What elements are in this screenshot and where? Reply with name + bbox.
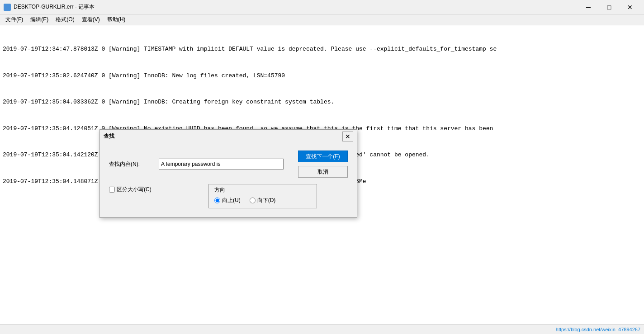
button-column: 查找下一个(F) 取消: [291, 151, 348, 178]
case-sensitive-label[interactable]: 区分大小写(C): [109, 186, 152, 193]
search-label: 查找内容(N):: [109, 160, 159, 168]
menu-edit[interactable]: 编辑(E): [27, 15, 52, 24]
main-window: DESKTOP-GURKLIR.err - 记事本 ─ □ ✕ 文件(F) 编辑…: [0, 0, 644, 334]
status-text: https://blog.csdn.net/weixin_47894267: [556, 327, 640, 332]
status-bar: https://blog.csdn.net/weixin_47894267: [0, 324, 644, 334]
cancel-button[interactable]: 取消: [298, 166, 348, 178]
maximize-button[interactable]: □: [599, 0, 620, 14]
search-input[interactable]: [159, 159, 284, 169]
log-line-3: 2019-07-19T12:35:04.033362Z 0 [Warning] …: [3, 98, 641, 107]
window-title: DESKTOP-GURKLIR.err - 记事本: [14, 3, 578, 11]
close-button[interactable]: ✕: [620, 0, 640, 14]
direction-down-label[interactable]: 向下(D): [250, 197, 276, 204]
find-dialog: 查找 ✕ 查找内容(N): 查找下一个(F) 取消: [99, 129, 357, 218]
direction-down-radio[interactable]: [250, 198, 256, 203]
content-area: 2019-07-19T12:34:47.878013Z 0 [Warning] …: [0, 25, 644, 324]
menu-format[interactable]: 格式(O): [52, 15, 78, 24]
dialog-close-button[interactable]: ✕: [342, 132, 353, 141]
case-sensitive-checkbox[interactable]: [109, 187, 115, 193]
menu-view[interactable]: 查看(V): [78, 15, 104, 24]
log-line-1: 2019-07-19T12:34:47.878013Z 0 [Warning] …: [3, 45, 641, 54]
menu-bar: 文件(F) 编辑(E) 格式(O) 查看(V) 帮助(H): [0, 14, 644, 25]
direction-options: 向上(U) 向下(D): [214, 197, 311, 204]
direction-group: 方向 向上(U) 向下(D): [208, 184, 317, 208]
options-row: 区分大小写(C) 方向 向上(U): [109, 184, 348, 208]
dialog-content: 查找内容(N): 查找下一个(F) 取消 区分大小: [100, 143, 357, 217]
find-next-button[interactable]: 查找下一个(F): [298, 151, 348, 162]
direction-label: 方向: [214, 186, 311, 194]
menu-help[interactable]: 帮助(H): [104, 15, 129, 24]
dialog-title: 查找: [104, 132, 114, 140]
direction-up-label[interactable]: 向上(U): [214, 197, 241, 204]
app-icon: [4, 4, 11, 11]
minimize-button[interactable]: ─: [578, 0, 599, 14]
menu-file[interactable]: 文件(F): [2, 15, 27, 24]
case-sensitive-row: 区分大小写(C): [109, 186, 159, 193]
direction-up-radio[interactable]: [214, 198, 220, 203]
title-bar: DESKTOP-GURKLIR.err - 记事本 ─ □ ✕: [0, 0, 644, 14]
log-line-2: 2019-07-19T12:35:02.624740Z 0 [Warning] …: [3, 71, 641, 80]
search-row: 查找内容(N): 查找下一个(F) 取消: [109, 151, 348, 178]
dialog-title-bar: 查找 ✕: [100, 130, 357, 143]
window-controls: ─ □ ✕: [578, 0, 640, 14]
